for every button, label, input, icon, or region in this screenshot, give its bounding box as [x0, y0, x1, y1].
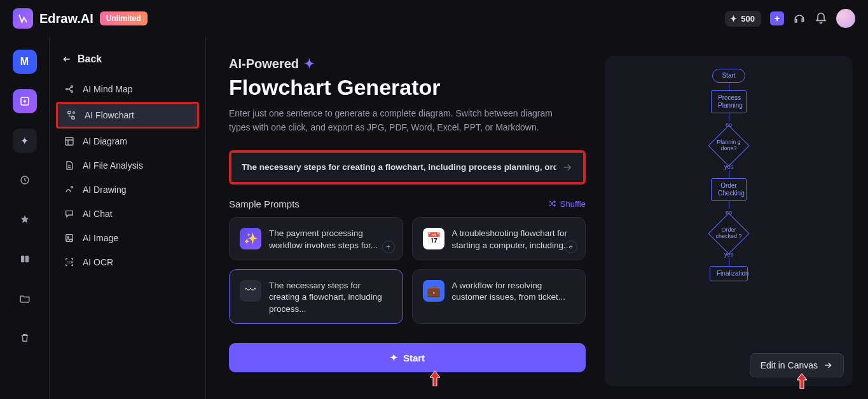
svg-point-5 — [71, 86, 73, 88]
drawing-icon — [64, 185, 75, 195]
sidebar-item-fileanalysis[interactable]: AI File Analysis — [56, 154, 199, 177]
sample-card[interactable]: 📅 A troubleshooting flowchart for starti… — [412, 217, 586, 260]
left-pane: AI-Powered ✦ Flowchart Generator Enter j… — [229, 56, 586, 386]
rail-folder[interactable] — [13, 286, 37, 311]
svg-point-11 — [71, 186, 73, 188]
sidebar-item-drawing[interactable]: AI Drawing — [56, 178, 199, 201]
flow-node-process: Process Planning — [711, 90, 747, 113]
arrow-left-icon — [61, 55, 72, 64]
svg-rect-12 — [66, 235, 73, 242]
sample-card[interactable]: 〰 The necessary steps for creating a flo… — [229, 269, 403, 325]
brand: Edraw.AI Unlimited — [13, 8, 148, 29]
sample-card[interactable]: 💼 A workflow for resolving customer issu… — [412, 269, 586, 325]
sidebar: Back AI Mind Map AI Flowchart AI Diagram… — [50, 37, 206, 399]
file-icon — [64, 160, 75, 171]
prompt-text: The necessary steps for creating a flowc… — [242, 162, 556, 172]
sidebar-item-label: AI Mind Map — [83, 84, 133, 94]
sparkle-icon: ✦ — [390, 352, 398, 363]
rail-ai[interactable]: ✦ — [13, 129, 37, 153]
diagram-icon — [64, 136, 75, 146]
rail-recent[interactable] — [13, 168, 37, 192]
sidebar-item-label: AI Drawing — [83, 185, 126, 195]
flow-node-decision: Plannin g done? — [708, 125, 749, 166]
rail-favorites[interactable] — [13, 207, 37, 232]
sidebar-item-flowchart[interactable]: AI Flowchart — [56, 102, 199, 129]
flow-connector — [729, 258, 729, 266]
sample-header: Sample Prompts Shuffle — [229, 199, 586, 209]
sample-title: Sample Prompts — [229, 199, 300, 209]
prompt-input-highlight: The necessary steps for creating a flowc… — [229, 150, 586, 185]
topbar-right: ✦ 500 + — [725, 9, 855, 28]
sparkle-icon: ✦ — [304, 56, 315, 71]
card-text: A workflow for resolving customer issues… — [452, 280, 575, 316]
svg-rect-2 — [21, 256, 24, 263]
page-description: Enter just one sentence to generate a co… — [229, 106, 566, 135]
edit-canvas-label: Edit in Canvas — [761, 360, 818, 370]
sidebar-item-ocr[interactable]: OCR AI OCR — [56, 251, 199, 274]
bell-icon[interactable] — [815, 12, 827, 25]
calendar-icon: 📅 — [423, 228, 444, 249]
svg-point-9 — [73, 112, 75, 114]
flow-connector — [729, 171, 729, 178]
back-label: Back — [78, 53, 102, 65]
shuffle-label: Shuffle — [560, 199, 586, 209]
wand-icon: ✨ — [240, 228, 261, 249]
annotation-arrow-icon — [430, 371, 440, 386]
chat-icon — [64, 209, 75, 219]
sidebar-item-label: AI File Analysis — [83, 160, 143, 171]
svg-text:OCR: OCR — [67, 261, 74, 264]
main: AI-Powered ✦ Flowchart Generator Enter j… — [206, 37, 868, 399]
sidebar-item-chat[interactable]: AI Chat — [56, 202, 199, 225]
kicker-text: AI-Powered — [229, 57, 299, 71]
sidebar-item-label: AI Chat — [83, 209, 113, 219]
flow-node-process: Finalization — [710, 266, 748, 281]
flow-connector — [729, 113, 729, 121]
flow-connector — [729, 83, 729, 90]
avatar[interactable] — [836, 9, 855, 28]
topbar: Edraw.AI Unlimited ✦ 500 + — [0, 0, 868, 37]
svg-point-4 — [66, 88, 68, 90]
flowchart-preview: Start Process Planning no Plannin g done… — [710, 69, 748, 281]
rail-create[interactable] — [13, 89, 37, 113]
page-title: Flowchart Generator — [229, 75, 586, 100]
start-button[interactable]: ✦ Start — [229, 343, 586, 372]
annotation-arrow-icon — [797, 374, 807, 389]
sparkle-icon: ✦ — [730, 14, 737, 24]
prompt-input[interactable]: The necessary steps for creating a flowc… — [231, 153, 583, 182]
card-add-button[interactable]: + — [382, 241, 395, 253]
sidebar-item-diagram[interactable]: AI Diagram — [56, 130, 199, 153]
credits-value: 500 — [741, 14, 755, 24]
plan-badge: Unlimited — [100, 11, 148, 25]
svg-point-6 — [71, 91, 73, 93]
sidebar-item-label: AI Flowchart — [85, 110, 134, 120]
logo-icon — [13, 8, 33, 29]
add-credits-button[interactable]: + — [770, 11, 784, 25]
rail-workspace[interactable]: M — [13, 50, 37, 74]
headset-icon[interactable] — [793, 12, 806, 25]
rail-trash[interactable] — [13, 326, 37, 350]
flow-node-start: Start — [712, 69, 745, 83]
arrow-right-icon — [561, 162, 573, 173]
sidebar-item-label: AI Image — [83, 233, 118, 243]
sidebar-item-label: AI OCR — [83, 257, 113, 267]
sample-cards: ✨ The payment processing workflow involv… — [229, 217, 586, 324]
back-button[interactable]: Back — [56, 47, 199, 76]
start-label: Start — [403, 353, 425, 363]
flowchart-icon — [65, 110, 77, 120]
sidebar-item-mindmap[interactable]: AI Mind Map — [56, 78, 199, 101]
credits-pill[interactable]: ✦ 500 — [725, 11, 761, 27]
flow-node-decision: Order checked ? — [708, 213, 749, 254]
icon-rail: M ✦ — [0, 37, 50, 399]
sample-card[interactable]: ✨ The payment processing workflow involv… — [229, 217, 403, 260]
kicker: AI-Powered ✦ — [229, 56, 586, 71]
card-add-button[interactable]: + — [565, 241, 577, 253]
shuffle-button[interactable]: Shuffle — [548, 199, 586, 209]
flow-node-process: Order Checking — [711, 178, 747, 201]
sidebar-item-image[interactable]: AI Image — [56, 227, 199, 249]
ocr-icon: OCR — [64, 257, 75, 267]
rail-templates[interactable] — [13, 247, 37, 271]
mindmap-icon — [64, 84, 75, 94]
image-icon — [64, 233, 75, 243]
sidebar-item-label: AI Diagram — [83, 136, 127, 146]
preview-panel: Start Process Planning no Plannin g done… — [605, 56, 853, 386]
